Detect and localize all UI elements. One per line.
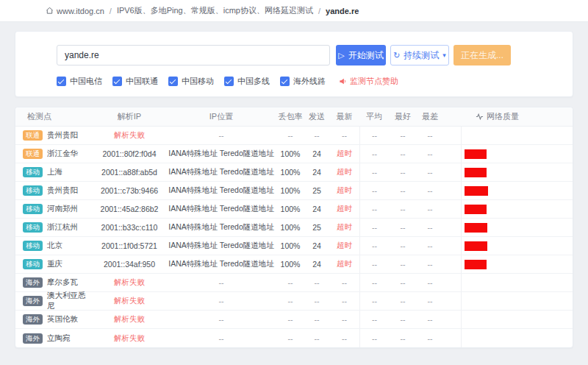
filter-label: 中国联通 bbox=[126, 76, 158, 87]
worst-latency: -- bbox=[417, 292, 461, 310]
filter-checkbox-mobile[interactable]: 中国移动 bbox=[168, 76, 214, 87]
filter-label: 海外线路 bbox=[293, 76, 326, 87]
network-quality-cell bbox=[461, 127, 573, 144]
resolved-ip: 解析失败 bbox=[93, 292, 166, 310]
worst-latency: -- bbox=[417, 127, 461, 144]
resolved-ip: 2001::80f2:f0d4 bbox=[93, 145, 166, 163]
ip-location: IANA特殊地址 Teredo隧道地址 bbox=[166, 219, 276, 236]
checkbox-checked-icon bbox=[280, 77, 290, 86]
breadcrumb-home-label: www.itdog.cn bbox=[57, 7, 104, 15]
latest-latency: 超时 bbox=[329, 219, 359, 236]
loss-rate: 100% bbox=[276, 182, 304, 199]
sent-count: 25 bbox=[304, 219, 329, 236]
sent-count: 24 bbox=[304, 145, 329, 163]
generating-label: 正在生成... bbox=[461, 49, 503, 62]
resolved-ip: 2001::a88f:ab5d bbox=[93, 163, 166, 181]
sent-count: 24 bbox=[304, 237, 329, 255]
header-worst: 最差 bbox=[417, 107, 461, 126]
node-cell: 海外英国伦敦 bbox=[15, 311, 93, 328]
carrier-badge: 海外 bbox=[23, 333, 43, 344]
resolved-ip: 解析失败 bbox=[93, 274, 166, 291]
node-cell: 联通浙江金华 bbox=[15, 145, 93, 163]
table-row: 移动上海2001::a88f:ab5dIANA特殊地址 Teredo隧道地址10… bbox=[15, 163, 573, 182]
carrier-badge: 移动 bbox=[23, 185, 43, 196]
avg-latency: -- bbox=[359, 145, 389, 163]
breadcrumb-path-link[interactable]: IPV6版、多地Ping、常规版、icmp协议、网络延迟测试 bbox=[117, 5, 313, 16]
activity-icon bbox=[476, 113, 484, 121]
start-test-label: 开始测试 bbox=[348, 49, 384, 62]
ip-location: IANA特殊地址 Teredo隧道地址 bbox=[166, 255, 276, 273]
loss-rate: 100% bbox=[276, 219, 304, 236]
node-cell: 移动北京 bbox=[15, 237, 93, 255]
continuous-test-button[interactable]: ↻ 持续测试 ▾ bbox=[390, 45, 449, 65]
best-latency: -- bbox=[389, 127, 417, 144]
carrier-badge: 海外 bbox=[23, 296, 43, 306]
filter-checkbox-unicom[interactable]: 中国联通 bbox=[112, 76, 158, 87]
breadcrumb-separator: / bbox=[318, 7, 320, 15]
best-latency: -- bbox=[389, 219, 417, 236]
sent-count: 25 bbox=[304, 182, 329, 199]
carrier-badge: 移动 bbox=[23, 259, 43, 269]
header-best: 最好 bbox=[389, 107, 417, 126]
breadcrumb-current: yande.re bbox=[326, 7, 359, 15]
carrier-badge: 移动 bbox=[23, 204, 43, 214]
node-cell: 海外立陶宛 bbox=[15, 329, 93, 347]
node-location: 河南郑州 bbox=[47, 204, 78, 214]
avg-latency: -- bbox=[359, 237, 389, 255]
latest-latency: 超时 bbox=[329, 163, 359, 181]
filter-checkbox-multiline[interactable]: 中国多线 bbox=[224, 76, 270, 87]
node-cell: 移动上海 bbox=[15, 163, 93, 181]
megaphone-icon bbox=[339, 77, 347, 85]
latest-latency: -- bbox=[329, 127, 359, 144]
network-quality-cell bbox=[461, 311, 573, 328]
carrier-badge: 移动 bbox=[23, 167, 43, 177]
node-location: 摩尔多瓦 bbox=[47, 277, 78, 288]
ip-location: IANA特殊地址 Teredo隧道地址 bbox=[166, 163, 276, 181]
header-network-quality: 网络质量 bbox=[461, 107, 573, 126]
continuous-test-label: 持续测试 bbox=[404, 49, 439, 62]
avg-latency: -- bbox=[359, 329, 389, 347]
resolved-ip: 2001::c73b:9466 bbox=[93, 182, 166, 199]
start-test-button[interactable]: ▷ 开始测试 bbox=[336, 45, 386, 65]
sponsor-node-link[interactable]: 监测节点赞助 bbox=[339, 76, 398, 87]
node-location: 英国伦敦 bbox=[47, 314, 78, 325]
generating-button[interactable]: 正在生成... bbox=[453, 45, 511, 65]
avg-latency: -- bbox=[359, 163, 389, 181]
network-quality-cell bbox=[461, 329, 573, 347]
target-input[interactable] bbox=[57, 45, 330, 65]
best-latency: -- bbox=[389, 200, 417, 218]
node-location: 澳大利亚悉尼 bbox=[47, 291, 93, 311]
resolved-ip: 解析失败 bbox=[93, 311, 166, 328]
table-row: 联通贵州贵阳解析失败-------------- bbox=[15, 127, 573, 145]
carrier-badge: 联通 bbox=[23, 130, 43, 141]
filter-label: 中国移动 bbox=[182, 76, 214, 87]
avg-latency: -- bbox=[359, 219, 389, 236]
loss-rate: 100% bbox=[276, 163, 304, 181]
breadcrumb-separator: / bbox=[110, 7, 112, 15]
ip-location: IANA特殊地址 Teredo隧道地址 bbox=[166, 237, 276, 255]
home-icon bbox=[46, 7, 54, 15]
filter-label: 中国多线 bbox=[237, 76, 270, 87]
latest-latency: 超时 bbox=[329, 145, 359, 163]
breadcrumb-home-link[interactable]: www.itdog.cn bbox=[46, 7, 104, 15]
avg-latency: -- bbox=[359, 200, 389, 218]
filter-label: 中国电信 bbox=[70, 76, 102, 87]
node-cell: 海外摩尔多瓦 bbox=[15, 274, 93, 291]
filter-checkbox-telecom[interactable]: 中国电信 bbox=[57, 76, 102, 87]
breadcrumb: www.itdog.cn / IPV6版、多地Ping、常规版、icmp协议、网… bbox=[0, 0, 588, 22]
network-quality-cell bbox=[461, 182, 573, 199]
header-resolved-ip: 解析IP bbox=[93, 107, 166, 126]
table-header: 检测点 解析IP IP位置 丢包率 发送 最新 平均 最好 最差 网络质量 bbox=[15, 107, 573, 127]
resolved-ip: 解析失败 bbox=[93, 127, 166, 144]
ip-location: IANA特殊地址 Teredo隧道地址 bbox=[166, 182, 276, 199]
node-location: 北京 bbox=[47, 241, 62, 251]
node-location: 上海 bbox=[47, 167, 62, 177]
best-latency: -- bbox=[389, 292, 417, 310]
filter-checkbox-overseas[interactable]: 海外线路 bbox=[280, 76, 326, 87]
table-row: 海外英国伦敦解析失败-------------- bbox=[15, 311, 573, 329]
latest-latency: -- bbox=[329, 329, 359, 347]
ip-location: IANA特殊地址 Teredo隧道地址 bbox=[166, 145, 276, 163]
latest-latency: 超时 bbox=[329, 182, 359, 199]
avg-latency: -- bbox=[359, 274, 389, 291]
sent-count: -- bbox=[304, 274, 329, 291]
